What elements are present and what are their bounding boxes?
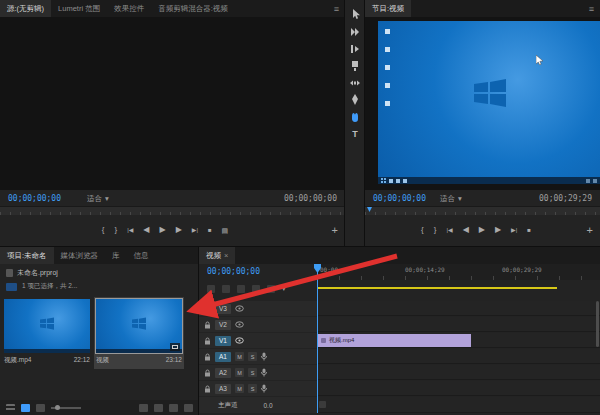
toggle-track-output-icon[interactable] bbox=[235, 337, 244, 344]
source-viewer-area[interactable] bbox=[0, 17, 345, 190]
hand-tool-icon[interactable] bbox=[345, 108, 365, 125]
item-name[interactable]: 视频.mp4 bbox=[4, 356, 31, 365]
pen-tool-icon[interactable] bbox=[345, 91, 365, 108]
close-icon[interactable]: × bbox=[224, 251, 228, 260]
timeline-ruler[interactable]: 00;00 00;00;14;29 00;00;29;29 bbox=[317, 264, 600, 280]
timeline-scrollbar[interactable] bbox=[596, 301, 599, 347]
settings-icon[interactable]: ▤ bbox=[222, 227, 229, 234]
panel-menu-icon[interactable]: ≡ bbox=[328, 0, 345, 17]
mark-in-icon[interactable]: { bbox=[102, 226, 105, 234]
slip-tool-icon[interactable] bbox=[345, 74, 365, 91]
export-frame-icon[interactable]: ■ bbox=[527, 227, 531, 233]
track-select-forward-tool-icon[interactable] bbox=[345, 23, 365, 40]
track-lane-a1[interactable] bbox=[317, 349, 600, 364]
zoom-slider[interactable] bbox=[51, 407, 81, 409]
trash-icon[interactable] bbox=[184, 404, 193, 412]
panel-menu-icon[interactable]: ≡ bbox=[583, 0, 600, 17]
lock-icon[interactable] bbox=[204, 337, 211, 345]
icon-view-icon[interactable] bbox=[21, 404, 30, 412]
play-icon[interactable]: ▶ bbox=[479, 226, 485, 234]
lock-icon[interactable] bbox=[204, 369, 211, 377]
go-to-out-icon[interactable]: ▶| bbox=[511, 227, 517, 233]
step-forward-icon[interactable]: ▶ bbox=[495, 226, 501, 234]
sequence-thumbnail[interactable] bbox=[96, 299, 182, 353]
button-editor-add-icon[interactable]: + bbox=[332, 224, 338, 236]
lock-icon[interactable] bbox=[204, 305, 211, 313]
play-icon[interactable]: ▶ bbox=[159, 226, 165, 234]
tab-media-browser[interactable]: 媒体浏览器 bbox=[54, 247, 106, 264]
tab-libraries[interactable]: 库 bbox=[105, 247, 127, 264]
mark-out-icon[interactable]: } bbox=[114, 226, 117, 234]
mark-out-icon[interactable]: } bbox=[434, 226, 437, 234]
tab-effect-controls[interactable]: 效果控件 bbox=[107, 0, 151, 17]
button-editor-add-icon[interactable]: + bbox=[587, 224, 593, 236]
tab-audio-clip-mixer[interactable]: 音频剪辑混合器:视频 bbox=[151, 0, 235, 17]
program-scrubber-playhead[interactable] bbox=[367, 207, 372, 212]
step-back-icon[interactable]: ◀ bbox=[143, 226, 149, 234]
track-lane-v2[interactable] bbox=[317, 317, 600, 332]
mic-icon[interactable] bbox=[261, 384, 267, 393]
step-back-icon[interactable]: ◀ bbox=[463, 226, 469, 234]
mark-in-icon[interactable]: { bbox=[421, 226, 424, 234]
list-view-icon[interactable] bbox=[6, 404, 15, 412]
tab-program-monitor[interactable]: 节目:视频 bbox=[365, 0, 411, 17]
export-frame-icon[interactable]: ■ bbox=[208, 227, 212, 233]
tab-sequence[interactable]: 视频 × bbox=[199, 247, 235, 264]
tab-info[interactable]: 信息 bbox=[127, 247, 156, 264]
razor-tool-icon[interactable] bbox=[345, 57, 365, 74]
track-lane-a3[interactable] bbox=[317, 381, 600, 396]
project-item-clip[interactable]: 视频.mp4 22:12 bbox=[2, 297, 92, 369]
project-name[interactable]: 未命名.prproj bbox=[17, 268, 58, 278]
track-target-badge[interactable]: V3 bbox=[215, 304, 231, 314]
new-bin-icon[interactable] bbox=[154, 404, 163, 412]
linked-selection-icon[interactable] bbox=[237, 285, 245, 293]
solo-button[interactable]: S bbox=[248, 384, 257, 393]
sort-icon[interactable] bbox=[139, 404, 148, 412]
type-tool-icon[interactable]: T bbox=[345, 125, 365, 142]
project-item-sequence[interactable]: 视频 23:12 bbox=[94, 297, 184, 369]
program-zoom-select[interactable]: 适合 ▾ bbox=[440, 194, 462, 204]
toggle-track-output-icon[interactable] bbox=[235, 305, 244, 312]
program-current-timecode[interactable]: 00;00;00;00 bbox=[373, 194, 426, 203]
lock-icon[interactable] bbox=[204, 385, 211, 393]
tab-lumetri-scopes[interactable]: Lumetri 范围 bbox=[51, 0, 107, 17]
source-scrubber[interactable] bbox=[0, 206, 345, 215]
go-to-in-icon[interactable]: |◀ bbox=[127, 227, 133, 233]
timeline-clip[interactable]: 视频.mp4 bbox=[317, 334, 471, 347]
chevron-down-icon[interactable]: ▾ bbox=[282, 285, 286, 293]
track-target-badge[interactable]: A2 bbox=[215, 368, 231, 378]
track-target-badge[interactable]: A3 bbox=[215, 384, 231, 394]
add-marker-icon[interactable] bbox=[252, 285, 260, 293]
program-scrubber[interactable] bbox=[365, 206, 600, 215]
freeform-view-icon[interactable] bbox=[36, 404, 45, 412]
playhead-line[interactable] bbox=[317, 271, 318, 413]
clip-thumbnail[interactable] bbox=[4, 299, 90, 353]
lock-icon[interactable] bbox=[204, 353, 211, 361]
track-lane-v3[interactable] bbox=[317, 301, 600, 316]
track-target-badge[interactable]: A1 bbox=[215, 352, 231, 362]
source-zoom-select[interactable]: 适合 ▾ bbox=[87, 194, 109, 204]
mute-button[interactable]: M bbox=[235, 384, 244, 393]
tab-project[interactable]: 项目:未命名 bbox=[0, 247, 54, 264]
track-target-badge[interactable]: V2 bbox=[215, 320, 231, 330]
new-item-icon[interactable] bbox=[169, 404, 178, 412]
track-lane-a2[interactable] bbox=[317, 365, 600, 380]
track-lane-v1[interactable]: 视频.mp4 bbox=[317, 333, 600, 348]
program-viewer-area[interactable] bbox=[365, 17, 600, 190]
solo-button[interactable]: S bbox=[248, 352, 257, 361]
solo-button[interactable]: S bbox=[248, 368, 257, 377]
step-forward-icon[interactable]: ▶ bbox=[176, 226, 182, 234]
keyframe-toggle-icon[interactable] bbox=[319, 401, 326, 408]
ripple-edit-tool-icon[interactable] bbox=[345, 40, 365, 57]
toggle-track-output-icon[interactable] bbox=[235, 321, 244, 328]
mic-icon[interactable] bbox=[261, 368, 267, 377]
track-target-badge[interactable]: V1 bbox=[215, 336, 231, 346]
master-volume-value[interactable]: 0.0 bbox=[264, 402, 273, 409]
item-name[interactable]: 视频 bbox=[96, 356, 109, 365]
snap-icon[interactable] bbox=[222, 285, 230, 293]
mic-icon[interactable] bbox=[261, 352, 267, 361]
lock-icon[interactable] bbox=[204, 321, 211, 329]
source-current-timecode[interactable]: 00;00;00;00 bbox=[8, 194, 61, 203]
mute-button[interactable]: M bbox=[235, 368, 244, 377]
timeline-current-timecode[interactable]: 00;00;00;00 bbox=[207, 267, 260, 276]
